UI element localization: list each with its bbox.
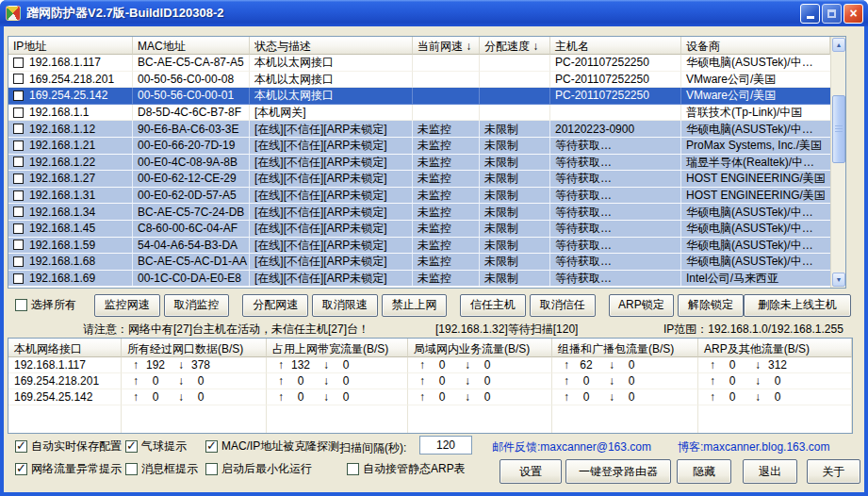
ip-cell: 192.168.1.21: [8, 138, 133, 155]
host-row[interactable]: 192.168.1.2200-E0-4C-08-9A-8B[在线][不信任][A…: [8, 155, 832, 172]
column-header[interactable]: ARP及其他流量(B/S): [698, 339, 852, 357]
ip-address: 192.168.1.68: [29, 254, 95, 269]
device-vendor: 华硕电脑(ASUSTek)/中…: [681, 238, 832, 255]
balloon-tip-checkbox[interactable]: ✓气球提示: [125, 438, 187, 455]
row-checkbox[interactable]: [13, 124, 24, 134]
trust-host-button[interactable]: 信任主机: [460, 294, 526, 317]
column-header[interactable]: 组播和广播包流量(B/S): [552, 339, 698, 357]
allocated-speed: [480, 88, 550, 105]
delete-offline-hosts-button[interactable]: 删除未上线主机: [744, 294, 851, 317]
row-checkbox[interactable]: [13, 240, 24, 250]
download-value: 0: [184, 374, 218, 388]
message-box-tip-checkbox[interactable]: 消息框提示: [125, 461, 198, 477]
minimize-button[interactable]: [800, 4, 820, 24]
current-speed: 未监控: [413, 121, 480, 138]
login-router-button[interactable]: 一键登录路由器: [565, 459, 671, 484]
select-all-checkbox[interactable]: 选择所有: [8, 297, 89, 313]
host-row[interactable]: 169.254.218.20100-50-56-C0-00-08本机以太网接口P…: [8, 72, 832, 89]
cancel-limit-button[interactable]: 取消限速: [312, 294, 378, 317]
row-checkbox[interactable]: [13, 107, 24, 118]
mac-address: 00-50-56-C0-00-01: [133, 88, 250, 105]
host-row[interactable]: 192.168.1.2100-E0-66-20-7D-19[在线][不信任][A…: [8, 138, 832, 155]
checkbox-label: MAC/IP地址被克隆探测: [221, 438, 339, 455]
column-header[interactable]: 当前网速 ↓: [413, 37, 480, 55]
row-checkbox[interactable]: [13, 207, 24, 217]
host-row[interactable]: 192.168.1.1290-E6-BA-C6-03-3E[在线][不信任][A…: [8, 121, 832, 138]
settings-button[interactable]: 设置: [500, 459, 562, 484]
row-checkbox[interactable]: [13, 273, 24, 284]
mac-ip-clone-detect-checkbox[interactable]: ✓MAC/IP地址被克隆探测: [205, 438, 339, 455]
ip-address: 192.168.1.34: [29, 205, 95, 220]
row-checkbox[interactable]: [13, 256, 24, 267]
download-value: 0: [470, 358, 504, 372]
row-checkbox[interactable]: [13, 174, 24, 184]
status-description: [在线][不信任][ARP未锁定]: [250, 271, 413, 288]
close-button[interactable]: ×: [843, 4, 863, 24]
column-header[interactable]: 占用上网带宽流量(B/S): [267, 339, 408, 357]
host-row[interactable]: 192.168.1.2700-E0-62-12-CE-29[在线][不信任][A…: [8, 171, 832, 188]
host-row[interactable]: 169.254.25.14200-50-56-C0-00-01本机以太网接口PC…: [8, 88, 832, 105]
scroll-up-icon[interactable]: ▲: [832, 38, 845, 52]
blog-link[interactable]: 博客:maxcanner.blog.163.com: [678, 439, 829, 455]
traffic-abnormal-tip-checkbox[interactable]: ✓网络流量异常提示: [15, 461, 122, 477]
host-row[interactable]: 192.168.1.117BC-AE-C5-CA-87-A5本机以太网接口PC-…: [8, 55, 832, 72]
vertical-scrollbar[interactable]: ▲ ▼: [830, 37, 845, 288]
scroll-down-icon[interactable]: ▼: [832, 273, 845, 287]
email-feedback-link[interactable]: 邮件反馈:maxcanner@163.com: [492, 439, 651, 455]
exit-button[interactable]: 退出: [743, 459, 797, 484]
forbid-internet-button[interactable]: 禁止上网: [382, 294, 448, 317]
column-header[interactable]: 所有经过网口数据(B/S): [122, 339, 267, 357]
column-header[interactable]: IP地址: [8, 37, 133, 55]
download-value: 0: [470, 374, 504, 388]
window-controls: ×: [800, 4, 863, 24]
host-row[interactable]: 192.168.1.34BC-AE-C5-7C-24-DB[在线][不信任][A…: [8, 204, 832, 221]
host-row[interactable]: 192.168.1.68BC-AE-C5-AC-D1-AA[在线][不信任][A…: [8, 254, 832, 271]
hide-button[interactable]: 隐藏: [677, 459, 731, 484]
scrollbar-thumb[interactable]: [832, 95, 845, 163]
row-checkbox[interactable]: [13, 157, 24, 167]
row-checkbox[interactable]: [13, 190, 24, 201]
column-header[interactable]: 状态与描述: [250, 37, 413, 55]
minimize-on-start-checkbox[interactable]: 启动后最小化运行: [205, 461, 312, 477]
auto-static-arp-checkbox[interactable]: 自动接管静态ARP表: [347, 461, 466, 477]
row-checkbox[interactable]: [13, 74, 24, 84]
traffic-flow-cell: ↑0↓0: [552, 389, 698, 405]
column-header[interactable]: 设备商: [681, 37, 830, 55]
column-header[interactable]: 主机名: [550, 37, 681, 55]
device-vendor: HOST ENGINEERING/美国: [681, 188, 832, 205]
row-checkbox[interactable]: [13, 141, 24, 151]
download-value: 0: [761, 390, 794, 404]
allocate-speed-button[interactable]: 分配网速: [242, 294, 308, 317]
host-row[interactable]: 192.168.1.6900-1C-C0-DA-E0-E8[在线][不信任][A…: [8, 271, 832, 288]
host-row[interactable]: 192.168.1.3100-E0-62-0D-57-A5[在线][不信任][A…: [8, 188, 832, 205]
row-checkbox[interactable]: [13, 58, 24, 68]
row-checkbox[interactable]: [13, 223, 24, 234]
current-speed: 未监控: [413, 204, 480, 221]
checkbox-label: 气球提示: [141, 438, 187, 455]
traffic-flow-cell: ↑0↓0: [552, 373, 698, 389]
row-checkbox[interactable]: [13, 91, 24, 101]
column-header[interactable]: MAC地址: [133, 37, 250, 55]
host-row[interactable]: 192.168.1.45C8-60-00-6C-04-AF[在线][不信任][A…: [8, 221, 832, 238]
arp-lock-button[interactable]: ARP锁定: [609, 294, 675, 317]
about-button[interactable]: 关于: [807, 459, 860, 484]
scan-interval-input[interactable]: [419, 436, 472, 455]
upload-value: 0: [284, 390, 318, 404]
cancel-trust-button[interactable]: 取消信任: [530, 294, 596, 317]
monitor-speed-button[interactable]: 监控网速: [94, 294, 160, 317]
host-row[interactable]: 192.168.1.5954-04-A6-54-B3-DA[在线][不信任][A…: [8, 238, 832, 255]
ip-address: 192.168.1.117: [29, 55, 101, 70]
ip-range: IP范围：192.168.1.0/192.168.1.255: [663, 322, 843, 338]
column-header[interactable]: 本机网络接口: [8, 339, 122, 357]
unlock-button[interactable]: 解除锁定: [678, 294, 744, 317]
column-header[interactable]: 局域网内业务流量(B/S): [408, 339, 552, 357]
maximize-button[interactable]: [822, 4, 842, 24]
title-bar[interactable]: 蹭网防护器V2.7版-BuildID120308-2 ×: [0, 0, 868, 26]
column-header[interactable]: 分配速度 ↓: [480, 37, 550, 55]
host-row[interactable]: 192.168.1.1D8-5D-4C-6C-B7-8F[本机网关]普联技术(T…: [8, 105, 832, 122]
upload-value: 0: [425, 358, 459, 372]
device-vendor: 华硕电脑(ASUSTek)/中…: [681, 55, 832, 72]
allocated-speed: 未限制: [480, 271, 550, 288]
auto-save-config-checkbox[interactable]: ✓自动实时保存配置: [15, 438, 122, 455]
cancel-monitor-button[interactable]: 取消监控: [164, 294, 230, 317]
